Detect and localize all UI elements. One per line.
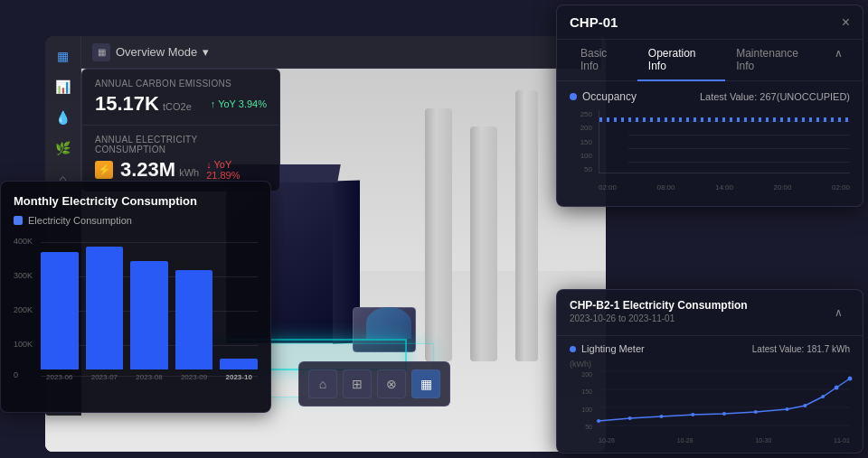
panel-header: CHP-01 ×	[557, 5, 863, 40]
bar-group-jul: 2023-07	[86, 247, 124, 381]
occupancy-value: Latest Value: 267(UNOCCUPIED)	[700, 91, 850, 102]
occ-y-50: 50	[570, 165, 595, 173]
occ-x-labels: 02:00 08:00 14:00 20:00 02:00	[599, 183, 850, 192]
legend-label: Electricity Consumption	[28, 215, 132, 226]
sub-panel-body: Lighting Meter Latest Value: 181.7 kWh (…	[557, 336, 863, 453]
occ-chart-area	[599, 110, 850, 173]
collapse-button[interactable]	[827, 40, 850, 80]
svg-point-5	[628, 416, 632, 420]
toolbar-home-button[interactable]: ⌂	[308, 369, 337, 398]
legend-dot	[14, 216, 23, 225]
svg-point-11	[803, 404, 807, 407]
occ-x-20: 20:00	[773, 183, 791, 192]
elec-dot	[570, 346, 576, 352]
occ-y-250: 250	[570, 110, 595, 118]
occupancy-header: Occupancy Latest Value: 267(UNOCCUPIED)	[570, 90, 850, 103]
svg-point-7	[691, 413, 694, 416]
header-bar: ▦ Overview Mode ▾	[81, 36, 601, 69]
scene-toolbar: ⌂ ⊞ ⊗ ▦	[298, 361, 450, 407]
occ-grid-3	[628, 148, 850, 149]
sidebar-icon-chart[interactable]: 📊	[51, 74, 76, 99]
sidebar-icon-leaf[interactable]: 🌿	[51, 136, 76, 161]
svg-point-13	[835, 386, 839, 390]
bar-label-jul: 2023-07	[91, 373, 118, 381]
carbon-change: ↑ YoY 3.94%	[211, 98, 267, 109]
bar-group-aug: 2023-08	[130, 261, 168, 381]
svg-point-8	[722, 412, 726, 416]
mode-icon: ▦	[92, 43, 110, 61]
elec-y-50: 50	[570, 424, 595, 430]
y-label-300k: 300K	[14, 271, 33, 280]
sub-panel-title: CHP-B2-1 Electricity Consumption	[570, 299, 748, 312]
svg-point-4	[597, 419, 600, 423]
overview-mode-selector[interactable]: ▦ Overview Mode ▾	[92, 43, 209, 61]
tab-operation-info[interactable]: Operation Info	[637, 40, 725, 81]
elec-latest-value: Latest Value: 181.7 kWh	[752, 344, 850, 354]
elec-unit-label: (kWh)	[570, 360, 850, 369]
elec-y-150: 150	[570, 388, 595, 395]
toolbar-expand-button[interactable]: ⊞	[343, 369, 372, 398]
occ-x-08: 08:00	[656, 183, 675, 192]
toolbar-network-button[interactable]: ⊗	[377, 369, 406, 398]
occupancy-label: Occupancy	[570, 90, 637, 103]
motor-body	[366, 307, 411, 339]
bar-label-jun: 2023-06	[46, 373, 72, 381]
column-2	[470, 126, 497, 361]
meter-label: Lighting Meter	[581, 343, 645, 354]
svg-point-12	[821, 395, 825, 398]
occupancy-text: Occupancy	[582, 90, 637, 103]
elec-chart: 200 150 100 50	[570, 371, 850, 444]
elec-x-1026: 10-26	[599, 437, 615, 444]
occ-y-labels: 250 200 150 100 50	[570, 110, 595, 173]
chart-legend: Electricity Consumption	[14, 215, 258, 226]
chp-01-panel: CHP-01 × Basic Info Operation Info Maint…	[556, 5, 863, 207]
occupancy-chart: 250 200 150 100 50 02:00 08:00 14:00 20:…	[570, 110, 850, 192]
occ-y-150: 150	[570, 138, 595, 146]
sidebar-icon-water[interactable]: 💧	[51, 105, 76, 130]
chart-title: Monthly Electricity Consumption	[14, 194, 258, 208]
sub-panel-collapse-button[interactable]	[827, 299, 850, 326]
elec-x-1030: 10-30	[755, 437, 771, 444]
electricity-change: ↓ YoY 21.89%	[206, 159, 267, 181]
elec-line-svg	[599, 371, 850, 430]
lightning-icon: ⚡	[95, 161, 113, 179]
bar-sep	[175, 270, 213, 369]
electricity-value: 3.23M kWh	[120, 158, 199, 182]
elec-x-labels: 10-26 10-28 10-30 11-01	[599, 437, 850, 444]
column-3	[515, 90, 538, 361]
elec-y-100: 100	[570, 407, 595, 413]
carbon-unit: tCO2e	[163, 101, 192, 112]
chevron-down-icon: ▾	[203, 45, 209, 59]
carbon-value: 15.17K tCO2e	[95, 92, 192, 116]
panel-body: Occupancy Latest Value: 267(UNOCCUPIED) …	[557, 81, 863, 206]
occ-y-100: 100	[570, 152, 595, 160]
bar-label-sep: 2023-09	[181, 373, 207, 381]
sub-panel-header: CHP-B2-1 Electricity Consumption 2023-10…	[557, 290, 863, 336]
y-label-200k: 200K	[14, 305, 33, 314]
elec-label: Lighting Meter	[570, 343, 645, 354]
svg-point-10	[786, 407, 789, 411]
toolbar-grid-button[interactable]: ▦	[411, 369, 440, 398]
bar-group-sep: 2023-09	[175, 270, 213, 381]
y-label-0: 0	[14, 370, 18, 379]
y-label-400k: 400K	[14, 237, 33, 246]
monthly-chart-panel: Monthly Electricity Consumption Electric…	[0, 181, 271, 413]
panel-title: CHP-01	[570, 14, 618, 30]
bar-aug	[130, 261, 168, 369]
sidebar-icon-building[interactable]: ▦	[51, 43, 76, 69]
bar-oct	[220, 359, 258, 369]
stats-panel: Annual Carbon Emissions 15.17K tCO2e ↑ Y…	[81, 69, 280, 192]
close-button[interactable]: ×	[842, 15, 850, 30]
svg-point-6	[660, 415, 664, 418]
electricity-unit: kWh	[179, 167, 199, 178]
occ-grid-2	[628, 135, 850, 136]
occ-data-line	[599, 117, 850, 122]
tab-maintenance-info[interactable]: Maintenance Info	[725, 40, 827, 81]
tab-basic-info[interactable]: Basic Info	[570, 40, 637, 81]
occ-grid-4	[628, 162, 850, 163]
carbon-stat-card: Annual Carbon Emissions 15.17K tCO2e ↑ Y…	[82, 70, 279, 126]
elec-chart-area	[599, 371, 850, 430]
y-label-100k: 100K	[14, 340, 33, 349]
occ-x-14: 14:00	[715, 183, 733, 192]
bar-label-aug: 2023-08	[136, 373, 162, 381]
